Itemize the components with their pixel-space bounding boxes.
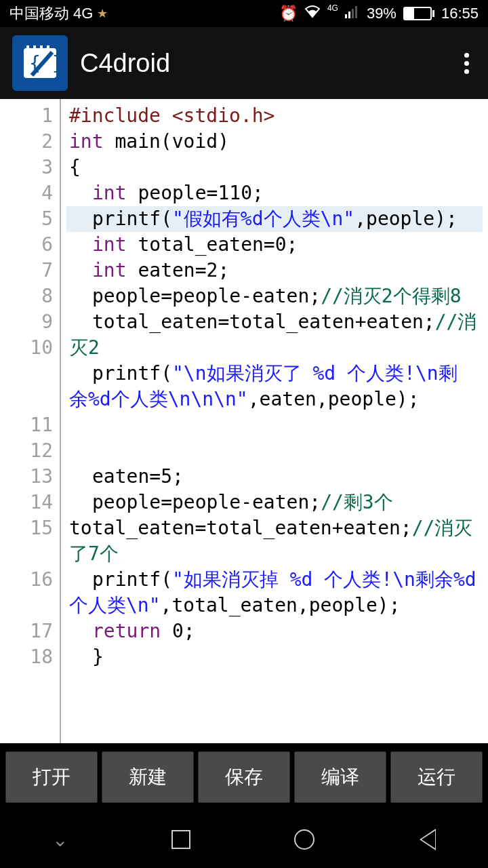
svg-rect-0 — [345, 14, 347, 18]
code-line[interactable] — [66, 438, 483, 464]
line-number: 7 — [0, 258, 53, 283]
line-number: 4 — [0, 180, 53, 206]
svg-rect-2 — [352, 9, 354, 18]
svg-rect-1 — [348, 12, 350, 18]
code-line[interactable] — [66, 412, 483, 438]
svg-rect-7 — [40, 45, 43, 52]
line-number: 10 — [0, 335, 53, 412]
svg-rect-3 — [355, 6, 357, 18]
nav-bar: ⌄ — [0, 811, 488, 868]
open-button[interactable]: 打开 — [5, 751, 98, 803]
line-number: 1 — [0, 103, 53, 129]
code-line[interactable]: people=people-eaten;//剩3个 — [66, 490, 483, 515]
compile-button[interactable]: 编译 — [294, 751, 386, 803]
code-line[interactable]: int eaten=2; — [66, 258, 483, 283]
code-line[interactable]: #include <stdio.h> — [66, 103, 483, 129]
alarm-icon: ⏰ — [279, 5, 298, 22]
line-gutter: 123456789101112131415161718 — [0, 99, 61, 743]
line-number: 3 — [0, 155, 53, 180]
signal-icon — [345, 5, 360, 22]
line-number: 13 — [0, 464, 53, 490]
svg-rect-8 — [47, 45, 49, 52]
code-line[interactable]: int main(void) — [66, 129, 483, 155]
code-line[interactable]: int people=110; — [66, 180, 483, 206]
line-number: 12 — [0, 438, 53, 464]
battery-pct: 39% — [367, 5, 396, 22]
line-number: 6 — [0, 232, 53, 258]
status-right: ⏰ 4G 39% 16:55 — [279, 5, 479, 22]
new-button[interactable]: 新建 — [102, 751, 194, 803]
back-button[interactable] — [418, 829, 436, 850]
signal-type: 4G — [327, 3, 338, 13]
chevron-down-icon[interactable]: ⌄ — [52, 829, 68, 851]
code-line[interactable]: return 0; — [66, 618, 483, 644]
code-line[interactable]: printf("假如有%d个人类\n",people); — [66, 206, 483, 232]
status-left: 中国移动 4G ★ — [9, 3, 108, 24]
line-number: 5 — [0, 206, 53, 232]
code-line[interactable]: } — [66, 644, 483, 670]
code-line[interactable]: people=people-eaten;//消灭2个得剩8 — [66, 283, 483, 309]
code-line[interactable]: int total_eaten=0; — [66, 232, 483, 258]
run-button[interactable]: 运行 — [390, 751, 483, 803]
save-button[interactable]: 保存 — [198, 751, 290, 803]
svg-rect-5 — [26, 45, 29, 52]
app-bar: { } C4droid — [0, 27, 488, 99]
clock: 16:55 — [441, 5, 479, 22]
line-number: 18 — [0, 644, 53, 670]
line-number: 16 — [0, 567, 53, 618]
toolbar: 打开 新建 保存 编译 运行 — [0, 743, 488, 811]
code-line[interactable]: { — [66, 155, 483, 180]
line-number: 14 — [0, 490, 53, 515]
battery-icon — [403, 7, 434, 20]
app-icon: { } — [12, 35, 68, 91]
recent-apps-button[interactable] — [171, 830, 190, 849]
code-line[interactable]: printf("\n如果消灭了 %d 个人类!\n剩余%d个人类\n\n\n",… — [66, 361, 483, 412]
network-label: 4G — [73, 5, 93, 22]
line-number: 2 — [0, 129, 53, 155]
line-number: 9 — [0, 309, 53, 335]
code-editor[interactable]: 123456789101112131415161718 #include <st… — [0, 99, 488, 743]
overflow-menu-button[interactable] — [458, 46, 476, 81]
line-number: 8 — [0, 283, 53, 309]
app-title: C4droid — [80, 49, 445, 78]
code-line[interactable]: total_eaten=total_eaten+eaten;//消灭了7个 — [66, 515, 483, 567]
line-number: 17 — [0, 618, 53, 644]
home-button[interactable] — [294, 829, 314, 850]
svg-rect-6 — [33, 45, 36, 52]
code-area[interactable]: #include <stdio.h>int main(void){int peo… — [61, 99, 488, 743]
code-line[interactable]: printf("如果消灭掉 %d 个人类!\n剩余%d个人类\n",total_… — [66, 567, 483, 618]
code-line[interactable]: total_eaten=total_eaten+eaten;//消灭2 — [66, 309, 483, 361]
wifi-icon — [304, 5, 321, 22]
carrier-label: 中国移动 — [9, 3, 69, 24]
status-bar: 中国移动 4G ★ ⏰ 4G 39% 16:55 — [0, 0, 488, 27]
star-icon: ★ — [97, 6, 108, 21]
line-number: 11 — [0, 412, 53, 438]
line-number: 15 — [0, 515, 53, 567]
code-line[interactable]: eaten=5; — [66, 464, 483, 490]
